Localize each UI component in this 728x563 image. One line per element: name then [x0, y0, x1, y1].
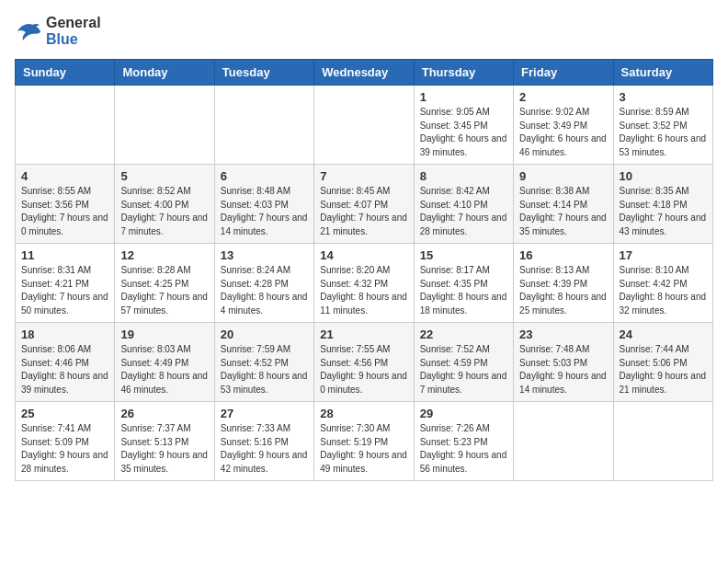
- calendar-week-row: 18Sunrise: 8:06 AM Sunset: 4:46 PM Dayli…: [16, 323, 713, 402]
- day-number: 6: [221, 169, 308, 183]
- calendar-cell: 28Sunrise: 7:30 AM Sunset: 5:19 PM Dayli…: [314, 402, 414, 481]
- calendar-cell: 6Sunrise: 8:48 AM Sunset: 4:03 PM Daylig…: [214, 165, 313, 244]
- calendar-cell: [613, 402, 712, 481]
- day-info: Sunrise: 8:31 AM Sunset: 4:21 PM Dayligh…: [21, 264, 108, 317]
- calendar-cell: 9Sunrise: 8:38 AM Sunset: 4:14 PM Daylig…: [514, 165, 613, 244]
- calendar-cell: [115, 86, 214, 165]
- calendar-header-row: SundayMondayTuesdayWednesdayThursdayFrid…: [16, 60, 713, 86]
- day-info: Sunrise: 8:24 AM Sunset: 4:28 PM Dayligh…: [221, 264, 308, 317]
- day-info: Sunrise: 7:44 AM Sunset: 5:06 PM Dayligh…: [620, 343, 707, 396]
- calendar-cell: 21Sunrise: 7:55 AM Sunset: 4:56 PM Dayli…: [314, 323, 414, 402]
- day-info: Sunrise: 8:28 AM Sunset: 4:25 PM Dayligh…: [120, 264, 208, 317]
- day-info: Sunrise: 8:52 AM Sunset: 4:00 PM Dayligh…: [120, 185, 208, 238]
- day-info: Sunrise: 7:48 AM Sunset: 5:03 PM Dayligh…: [519, 343, 607, 396]
- calendar-cell: 11Sunrise: 8:31 AM Sunset: 4:21 PM Dayli…: [16, 244, 115, 323]
- day-number: 28: [320, 407, 407, 420]
- day-number: 1: [420, 90, 507, 104]
- day-info: Sunrise: 7:52 AM Sunset: 4:59 PM Dayligh…: [420, 343, 507, 396]
- day-number: 22: [420, 327, 507, 341]
- day-number: 4: [21, 169, 108, 183]
- calendar-cell: 24Sunrise: 7:44 AM Sunset: 5:06 PM Dayli…: [613, 323, 712, 402]
- day-info: Sunrise: 8:03 AM Sunset: 4:49 PM Dayligh…: [120, 343, 208, 396]
- day-number: 7: [320, 169, 407, 183]
- day-info: Sunrise: 7:55 AM Sunset: 4:56 PM Dayligh…: [320, 343, 407, 396]
- calendar-week-row: 1Sunrise: 9:05 AM Sunset: 3:45 PM Daylig…: [16, 86, 713, 165]
- day-number: 29: [420, 407, 507, 420]
- calendar-week-row: 11Sunrise: 8:31 AM Sunset: 4:21 PM Dayli…: [16, 244, 713, 323]
- calendar-header-sunday: Sunday: [16, 60, 115, 86]
- calendar-cell: [16, 86, 115, 165]
- calendar-header-monday: Monday: [115, 60, 214, 86]
- day-info: Sunrise: 8:48 AM Sunset: 4:03 PM Dayligh…: [221, 185, 308, 238]
- day-info: Sunrise: 8:20 AM Sunset: 4:32 PM Dayligh…: [320, 264, 407, 317]
- day-number: 2: [519, 90, 607, 104]
- calendar-cell: 14Sunrise: 8:20 AM Sunset: 4:32 PM Dayli…: [314, 244, 414, 323]
- calendar-cell: 17Sunrise: 8:10 AM Sunset: 4:42 PM Dayli…: [613, 244, 712, 323]
- calendar-cell: 13Sunrise: 8:24 AM Sunset: 4:28 PM Dayli…: [214, 244, 313, 323]
- day-number: 20: [221, 327, 308, 341]
- day-number: 10: [620, 169, 707, 183]
- day-number: 9: [519, 169, 607, 183]
- day-info: Sunrise: 7:33 AM Sunset: 5:16 PM Dayligh…: [221, 422, 308, 476]
- day-number: 11: [21, 248, 108, 262]
- calendar-cell: 5Sunrise: 8:52 AM Sunset: 4:00 PM Daylig…: [115, 165, 214, 244]
- calendar-cell: 29Sunrise: 7:26 AM Sunset: 5:23 PM Dayli…: [414, 402, 513, 481]
- calendar-cell: 10Sunrise: 8:35 AM Sunset: 4:18 PM Dayli…: [613, 165, 712, 244]
- day-info: Sunrise: 8:55 AM Sunset: 3:56 PM Dayligh…: [21, 185, 108, 238]
- day-number: 8: [420, 169, 507, 183]
- calendar-cell: 7Sunrise: 8:45 AM Sunset: 4:07 PM Daylig…: [314, 165, 414, 244]
- day-info: Sunrise: 8:06 AM Sunset: 4:46 PM Dayligh…: [21, 343, 108, 396]
- calendar-cell: 27Sunrise: 7:33 AM Sunset: 5:16 PM Dayli…: [214, 402, 313, 481]
- day-info: Sunrise: 9:05 AM Sunset: 3:45 PM Dayligh…: [420, 106, 507, 159]
- day-number: 15: [420, 248, 507, 262]
- calendar-cell: 16Sunrise: 8:13 AM Sunset: 4:39 PM Dayli…: [514, 244, 613, 323]
- day-number: 13: [221, 248, 308, 262]
- day-info: Sunrise: 9:02 AM Sunset: 3:49 PM Dayligh…: [519, 106, 607, 159]
- calendar-cell: [514, 402, 613, 481]
- calendar-cell: 3Sunrise: 8:59 AM Sunset: 3:52 PM Daylig…: [613, 86, 712, 165]
- day-number: 3: [620, 90, 707, 104]
- day-info: Sunrise: 8:42 AM Sunset: 4:10 PM Dayligh…: [420, 185, 507, 238]
- day-info: Sunrise: 8:45 AM Sunset: 4:07 PM Dayligh…: [320, 185, 407, 238]
- calendar-cell: 23Sunrise: 7:48 AM Sunset: 5:03 PM Dayli…: [514, 323, 613, 402]
- calendar-week-row: 4Sunrise: 8:55 AM Sunset: 3:56 PM Daylig…: [16, 165, 713, 244]
- day-number: 21: [320, 327, 407, 341]
- day-number: 12: [120, 248, 208, 262]
- calendar-cell: [214, 86, 313, 165]
- day-number: 14: [320, 248, 407, 262]
- page-header: General Blue: [15, 15, 713, 48]
- calendar-cell: 20Sunrise: 7:59 AM Sunset: 4:52 PM Dayli…: [214, 323, 313, 402]
- calendar-header-friday: Friday: [514, 60, 613, 86]
- calendar-cell: 15Sunrise: 8:17 AM Sunset: 4:35 PM Dayli…: [414, 244, 513, 323]
- calendar-cell: 26Sunrise: 7:37 AM Sunset: 5:13 PM Dayli…: [115, 402, 214, 481]
- calendar-cell: 4Sunrise: 8:55 AM Sunset: 3:56 PM Daylig…: [16, 165, 115, 244]
- day-info: Sunrise: 7:37 AM Sunset: 5:13 PM Dayligh…: [120, 422, 208, 476]
- calendar-cell: 22Sunrise: 7:52 AM Sunset: 4:59 PM Dayli…: [414, 323, 513, 402]
- calendar-header-thursday: Thursday: [414, 60, 513, 86]
- day-info: Sunrise: 8:59 AM Sunset: 3:52 PM Dayligh…: [620, 106, 707, 159]
- day-info: Sunrise: 7:41 AM Sunset: 5:09 PM Dayligh…: [21, 422, 108, 476]
- logo: General Blue: [15, 15, 101, 48]
- calendar-week-row: 25Sunrise: 7:41 AM Sunset: 5:09 PM Dayli…: [16, 402, 713, 481]
- calendar-cell: 12Sunrise: 8:28 AM Sunset: 4:25 PM Dayli…: [115, 244, 214, 323]
- day-number: 16: [519, 248, 607, 262]
- day-info: Sunrise: 7:30 AM Sunset: 5:19 PM Dayligh…: [320, 422, 407, 476]
- day-info: Sunrise: 8:17 AM Sunset: 4:35 PM Dayligh…: [420, 264, 507, 317]
- calendar-cell: 25Sunrise: 7:41 AM Sunset: 5:09 PM Dayli…: [16, 402, 115, 481]
- day-info: Sunrise: 8:10 AM Sunset: 4:42 PM Dayligh…: [620, 264, 707, 317]
- calendar-cell: [314, 86, 414, 165]
- day-number: 17: [620, 248, 707, 262]
- calendar-table: SundayMondayTuesdayWednesdayThursdayFrid…: [15, 59, 713, 481]
- day-number: 19: [120, 327, 208, 341]
- day-info: Sunrise: 7:26 AM Sunset: 5:23 PM Dayligh…: [420, 422, 507, 476]
- day-info: Sunrise: 8:13 AM Sunset: 4:39 PM Dayligh…: [519, 264, 607, 317]
- day-info: Sunrise: 8:35 AM Sunset: 4:18 PM Dayligh…: [620, 185, 707, 238]
- day-number: 27: [221, 407, 308, 420]
- day-info: Sunrise: 8:38 AM Sunset: 4:14 PM Dayligh…: [519, 185, 607, 238]
- day-number: 18: [21, 327, 108, 341]
- day-number: 5: [120, 169, 208, 183]
- calendar-cell: 1Sunrise: 9:05 AM Sunset: 3:45 PM Daylig…: [414, 86, 513, 165]
- day-info: Sunrise: 7:59 AM Sunset: 4:52 PM Dayligh…: [221, 343, 308, 396]
- logo-text: General Blue: [46, 15, 101, 48]
- calendar-cell: 8Sunrise: 8:42 AM Sunset: 4:10 PM Daylig…: [414, 165, 513, 244]
